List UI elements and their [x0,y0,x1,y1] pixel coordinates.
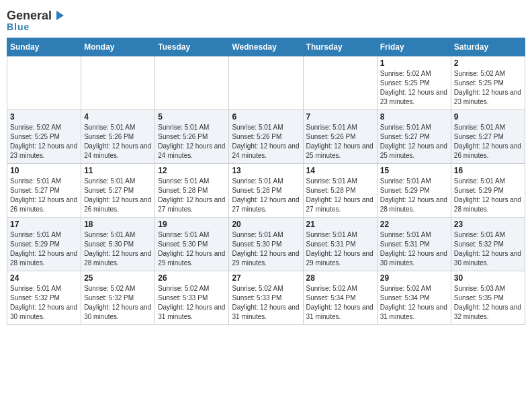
day-number: 1 [380,58,448,68]
calendar-cell [81,56,155,110]
day-info: Sunrise: 5:01 AM Sunset: 5:26 PM Dayligh… [306,123,374,161]
logo-text-general: General [7,9,52,21]
logo-icon [53,9,65,21]
calendar-cell: 15Sunrise: 5:01 AM Sunset: 5:29 PM Dayli… [377,164,451,218]
calendar-cell: 20Sunrise: 5:01 AM Sunset: 5:30 PM Dayli… [229,218,303,271]
calendar-cell: 14Sunrise: 5:01 AM Sunset: 5:28 PM Dayli… [303,164,377,218]
weekday-header-tuesday: Tuesday [155,38,229,56]
calendar-table: SundayMondayTuesdayWednesdayThursdayFrid… [7,38,525,325]
calendar-cell: 8Sunrise: 5:01 AM Sunset: 5:27 PM Daylig… [377,110,451,164]
calendar-cell: 6Sunrise: 5:01 AM Sunset: 5:26 PM Daylig… [229,110,303,164]
logo: General Blue [7,7,65,32]
day-number: 28 [306,273,374,283]
day-info: Sunrise: 5:01 AM Sunset: 5:27 PM Dayligh… [84,177,152,214]
calendar-week-3: 10Sunrise: 5:01 AM Sunset: 5:27 PM Dayli… [7,164,525,218]
calendar-week-4: 17Sunrise: 5:01 AM Sunset: 5:29 PM Dayli… [7,218,525,271]
calendar-week-5: 24Sunrise: 5:01 AM Sunset: 5:32 PM Dayli… [7,271,525,325]
day-number: 12 [158,166,226,175]
day-info: Sunrise: 5:01 AM Sunset: 5:31 PM Dayligh… [306,230,374,268]
calendar-cell: 17Sunrise: 5:01 AM Sunset: 5:29 PM Dayli… [7,218,81,271]
page-header: General Blue [7,7,525,32]
weekday-header-monday: Monday [81,38,155,56]
day-info: Sunrise: 5:02 AM Sunset: 5:33 PM Dayligh… [232,284,300,322]
day-number: 23 [454,220,522,229]
calendar-cell: 10Sunrise: 5:01 AM Sunset: 5:27 PM Dayli… [7,164,81,218]
day-info: Sunrise: 5:02 AM Sunset: 5:25 PM Dayligh… [380,69,448,107]
calendar-cell: 24Sunrise: 5:01 AM Sunset: 5:32 PM Dayli… [7,271,81,325]
day-info: Sunrise: 5:01 AM Sunset: 5:28 PM Dayligh… [306,177,374,214]
calendar-cell: 16Sunrise: 5:01 AM Sunset: 5:29 PM Dayli… [451,164,525,218]
day-info: Sunrise: 5:01 AM Sunset: 5:30 PM Dayligh… [232,230,300,268]
day-number: 22 [380,220,448,229]
calendar-cell: 21Sunrise: 5:01 AM Sunset: 5:31 PM Dayli… [303,218,377,271]
day-info: Sunrise: 5:01 AM Sunset: 5:29 PM Dayligh… [454,177,522,214]
day-number: 15 [380,166,448,175]
day-number: 27 [232,273,300,283]
calendar-header-row: SundayMondayTuesdayWednesdayThursdayFrid… [7,38,525,56]
day-number: 18 [84,220,152,229]
day-number: 19 [158,220,226,229]
calendar-cell [155,56,229,110]
day-number: 13 [232,166,300,175]
calendar-cell: 13Sunrise: 5:01 AM Sunset: 5:28 PM Dayli… [229,164,303,218]
day-info: Sunrise: 5:02 AM Sunset: 5:25 PM Dayligh… [10,123,78,161]
day-info: Sunrise: 5:01 AM Sunset: 5:28 PM Dayligh… [232,177,300,214]
calendar-cell: 1Sunrise: 5:02 AM Sunset: 5:25 PM Daylig… [377,56,451,110]
calendar-cell: 29Sunrise: 5:02 AM Sunset: 5:34 PM Dayli… [377,271,451,325]
day-info: Sunrise: 5:01 AM Sunset: 5:29 PM Dayligh… [380,177,448,214]
day-info: Sunrise: 5:01 AM Sunset: 5:31 PM Dayligh… [380,230,448,268]
svg-marker-0 [56,11,64,20]
day-info: Sunrise: 5:02 AM Sunset: 5:32 PM Dayligh… [84,284,152,322]
calendar-cell: 28Sunrise: 5:02 AM Sunset: 5:34 PM Dayli… [303,271,377,325]
calendar-week-2: 3Sunrise: 5:02 AM Sunset: 5:25 PM Daylig… [7,110,525,164]
day-info: Sunrise: 5:02 AM Sunset: 5:34 PM Dayligh… [380,284,448,322]
day-info: Sunrise: 5:02 AM Sunset: 5:33 PM Dayligh… [158,284,226,322]
calendar-week-1: 1Sunrise: 5:02 AM Sunset: 5:25 PM Daylig… [7,56,525,110]
calendar-cell: 23Sunrise: 5:01 AM Sunset: 5:32 PM Dayli… [451,218,525,271]
day-number: 26 [158,273,226,283]
day-info: Sunrise: 5:02 AM Sunset: 5:34 PM Dayligh… [306,284,374,322]
day-number: 8 [380,112,448,122]
day-number: 20 [232,220,300,229]
day-number: 17 [10,220,78,229]
weekday-header-thursday: Thursday [303,38,377,56]
weekday-header-saturday: Saturday [451,38,525,56]
day-number: 4 [84,112,152,122]
calendar-cell: 5Sunrise: 5:01 AM Sunset: 5:26 PM Daylig… [155,110,229,164]
day-number: 6 [232,112,300,122]
day-info: Sunrise: 5:01 AM Sunset: 5:26 PM Dayligh… [232,123,300,161]
calendar-cell: 3Sunrise: 5:02 AM Sunset: 5:25 PM Daylig… [7,110,81,164]
calendar-cell: 2Sunrise: 5:02 AM Sunset: 5:25 PM Daylig… [451,56,525,110]
calendar-cell: 26Sunrise: 5:02 AM Sunset: 5:33 PM Dayli… [155,271,229,325]
calendar-cell: 27Sunrise: 5:02 AM Sunset: 5:33 PM Dayli… [229,271,303,325]
calendar-cell: 18Sunrise: 5:01 AM Sunset: 5:30 PM Dayli… [81,218,155,271]
calendar-cell [303,56,377,110]
calendar-cell: 4Sunrise: 5:01 AM Sunset: 5:26 PM Daylig… [81,110,155,164]
day-info: Sunrise: 5:01 AM Sunset: 5:27 PM Dayligh… [454,123,522,161]
weekday-header-sunday: Sunday [7,38,81,56]
calendar-cell [7,56,81,110]
calendar-cell [229,56,303,110]
day-number: 24 [10,273,78,283]
weekday-header-friday: Friday [377,38,451,56]
calendar-cell: 9Sunrise: 5:01 AM Sunset: 5:27 PM Daylig… [451,110,525,164]
day-info: Sunrise: 5:01 AM Sunset: 5:30 PM Dayligh… [158,230,226,268]
day-number: 14 [306,166,374,175]
day-number: 16 [454,166,522,175]
day-number: 30 [454,273,522,283]
day-number: 5 [158,112,226,122]
calendar-cell: 30Sunrise: 5:03 AM Sunset: 5:35 PM Dayli… [451,271,525,325]
day-number: 25 [84,273,152,283]
day-number: 2 [454,58,522,68]
day-number: 3 [10,112,78,122]
day-info: Sunrise: 5:01 AM Sunset: 5:27 PM Dayligh… [10,177,78,214]
calendar-cell: 7Sunrise: 5:01 AM Sunset: 5:26 PM Daylig… [303,110,377,164]
day-info: Sunrise: 5:01 AM Sunset: 5:28 PM Dayligh… [158,177,226,214]
weekday-header-wednesday: Wednesday [229,38,303,56]
day-number: 21 [306,220,374,229]
day-info: Sunrise: 5:01 AM Sunset: 5:26 PM Dayligh… [84,123,152,161]
calendar-cell: 12Sunrise: 5:01 AM Sunset: 5:28 PM Dayli… [155,164,229,218]
day-info: Sunrise: 5:03 AM Sunset: 5:35 PM Dayligh… [454,284,522,322]
day-number: 7 [306,112,374,122]
day-info: Sunrise: 5:01 AM Sunset: 5:26 PM Dayligh… [158,123,226,161]
